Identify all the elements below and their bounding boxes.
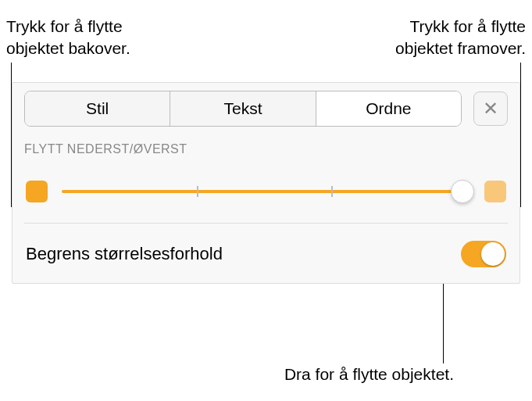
tab-arrange[interactable]: Ordne <box>316 91 461 126</box>
callout-back: Trykk for å flytte objektet bakover. <box>6 16 130 60</box>
close-button[interactable]: ✕ <box>473 91 508 126</box>
constrain-row: Begrens størrelsesforhold <box>24 224 508 275</box>
slider-thumb[interactable] <box>451 180 474 203</box>
callout-back-line2: objektet bakover. <box>6 39 130 57</box>
tab-group: Stil Tekst Ordne <box>24 91 462 127</box>
callout-drag: Dra for å flytte objektet. <box>284 363 454 385</box>
move-back-button[interactable] <box>26 181 48 202</box>
format-panel: Stil Tekst Ordne ✕ FLYTT NEDERST/ØVERST … <box>12 82 520 284</box>
slider-tick <box>331 186 333 197</box>
arrange-section: FLYTT NEDERST/ØVERST Begrens størrelsesf… <box>12 127 520 275</box>
toggle-knob <box>481 242 505 266</box>
layer-slider-row <box>24 180 508 224</box>
layer-slider[interactable] <box>62 180 470 203</box>
tab-text[interactable]: Tekst <box>170 91 316 126</box>
callout-front-line1: Trykk for å flytte <box>409 17 526 35</box>
constrain-label: Begrens størrelsesforhold <box>26 244 223 264</box>
callout-drag-text: Dra for å flytte objektet. <box>284 365 454 383</box>
leader-line-right <box>520 63 521 207</box>
tab-bar: Stil Tekst Ordne ✕ <box>12 83 520 127</box>
section-header: FLYTT NEDERST/ØVERST <box>24 142 508 156</box>
slider-track-line <box>62 190 470 193</box>
move-front-button[interactable] <box>484 181 506 202</box>
constrain-toggle[interactable] <box>461 241 506 267</box>
close-icon: ✕ <box>483 98 498 120</box>
tab-style[interactable]: Stil <box>25 91 170 126</box>
slider-tick <box>197 186 198 197</box>
callout-front: Trykk for å flytte objektet framover. <box>395 16 526 60</box>
callout-front-line2: objektet framover. <box>395 39 526 57</box>
callout-back-line1: Trykk for å flytte <box>6 17 123 35</box>
